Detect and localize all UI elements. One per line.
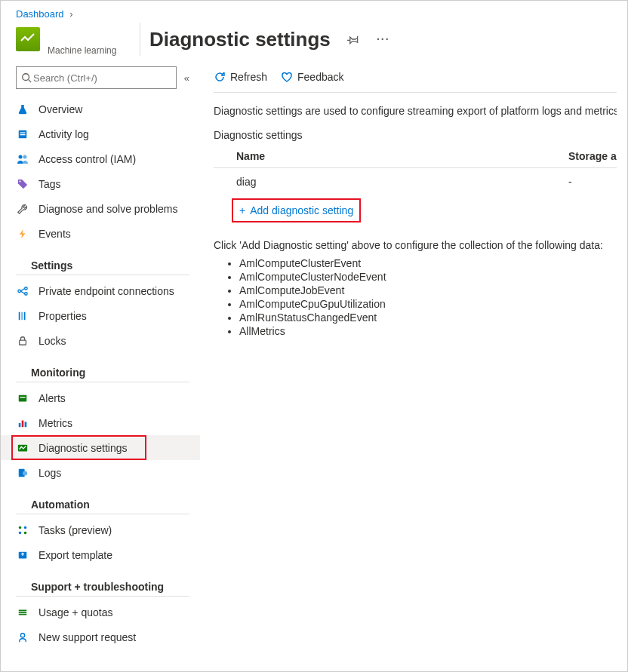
sidebar-item-metrics[interactable]: Metrics [1,410,200,435]
sidebar-item-diagnose-solve[interactable]: Diagnose and solve problems [1,196,200,221]
main-panel: Refresh Feedback Diagnostic settings are… [200,62,627,671]
sidebar: « Overview Activity log Access control (… [1,62,200,671]
search-input[interactable] [16,66,177,89]
sidebar-section-settings: Settings [16,252,189,275]
sidebar-item-alerts[interactable]: Alerts [1,385,200,410]
feedback-button[interactable]: Feedback [281,71,343,83]
svg-rect-24 [23,471,27,475]
svg-rect-3 [20,132,26,133]
logs-icon [16,468,29,478]
svg-point-25 [19,526,22,529]
diagnostic-icon [16,443,29,453]
svg-rect-13 [19,311,20,320]
sidebar-item-export-template[interactable]: Export template [1,542,200,567]
description-text: Diagnostic settings are used to configur… [214,105,617,117]
svg-rect-15 [24,311,26,320]
breadcrumb-dashboard[interactable]: Dashboard [16,8,64,20]
diagnostic-settings-table: Name Storage ac diag - [214,146,617,195]
sidebar-item-logs[interactable]: Logs [1,460,200,485]
svg-rect-32 [19,613,27,615]
lightning-icon [16,229,29,239]
lock-icon [16,336,29,346]
log-icon [16,129,29,140]
sidebar-item-access-control[interactable]: Access control (IAM) [1,146,200,171]
tasks-icon [16,525,29,535]
metrics-icon [16,418,29,428]
sidebar-item-locks[interactable]: Locks [1,328,200,353]
list-item: AmlComputeJobEvent [239,284,617,296]
svg-rect-31 [19,612,27,613]
svg-rect-14 [21,311,23,320]
hint-text: Click 'Add Diagnostic setting' above to … [214,239,617,251]
svg-point-10 [25,292,28,295]
svg-rect-30 [19,609,27,611]
section-heading: Diagnostic settings [214,129,617,141]
list-item: AmlComputeClusterNodeEvent [239,271,617,283]
chevron-right-icon: › [69,8,72,20]
table-row[interactable]: diag - [214,167,617,195]
svg-point-7 [19,180,20,182]
divider [140,23,140,56]
heart-icon [281,71,293,83]
sidebar-item-private-endpoint[interactable]: Private endpoint connections [1,278,200,303]
sidebar-item-tasks[interactable]: Tasks (preview) [1,517,200,542]
svg-rect-16 [20,340,26,345]
svg-point-6 [23,155,27,158]
svg-point-8 [18,290,21,293]
list-item: AmlRunStatusChangedEvent [239,311,617,324]
sidebar-item-tags[interactable]: Tags [1,171,200,196]
sidebar-item-activity-log[interactable]: Activity log [1,121,200,146]
data-categories-list: AmlComputeClusterEvent AmlComputeCluster… [239,257,617,337]
list-item: AllMetrics [239,325,617,337]
sidebar-item-overview[interactable]: Overview [1,97,200,121]
sidebar-item-properties[interactable]: Properties [1,303,200,328]
network-icon [16,286,29,296]
sidebar-item-diagnostic-settings[interactable]: Diagnostic settings [1,435,200,460]
add-diagnostic-setting-link[interactable]: + Add diagnostic setting [232,198,361,222]
list-item: AmlComputeClusterEvent [239,257,617,269]
svg-point-9 [25,287,28,290]
svg-rect-19 [19,423,21,427]
refresh-button[interactable]: Refresh [214,71,267,83]
toolbar: Refresh Feedback [214,62,617,93]
resource-icon [16,27,40,51]
flask-icon [16,104,29,115]
tag-icon [16,179,29,189]
sidebar-item-events[interactable]: Events [1,221,200,246]
page-title: Diagnostic settings [149,28,331,51]
svg-point-33 [20,633,24,637]
resource-type: Machine learning [48,45,131,56]
search-icon [21,72,32,83]
more-icon[interactable]: ··· [374,30,392,48]
plus-icon: + [239,204,245,216]
pin-icon[interactable] [344,30,362,48]
quota-icon [16,607,29,618]
svg-point-28 [24,531,27,534]
svg-line-1 [29,80,32,83]
sidebar-section-monitoring: Monitoring [16,359,189,382]
page-header: Machine learning Diagnostic settings ··· [1,23,627,62]
list-item: AmlComputeCpuGpuUtilization [239,298,617,310]
svg-point-0 [23,74,29,81]
properties-icon [16,311,29,321]
svg-rect-17 [19,394,27,401]
sidebar-section-support: Support + troubleshooting [16,573,189,597]
svg-point-26 [24,526,27,529]
sidebar-item-new-support[interactable]: New support request [1,624,200,649]
svg-point-5 [19,155,23,158]
svg-rect-21 [25,422,27,427]
sidebar-section-automation: Automation [16,491,189,514]
sidebar-item-usage-quotas[interactable]: Usage + quotas [1,600,200,624]
col-name: Name [236,150,568,162]
svg-line-12 [20,291,24,294]
people-icon [16,154,29,164]
export-icon [16,550,29,560]
collapse-sidebar-icon[interactable]: « [184,72,189,84]
svg-rect-20 [22,420,24,427]
svg-point-27 [19,531,22,534]
svg-rect-4 [20,134,26,135]
wrench-icon [16,204,29,214]
refresh-icon [214,71,226,83]
alerts-icon [16,393,29,404]
breadcrumb: Dashboard › [1,7,627,23]
